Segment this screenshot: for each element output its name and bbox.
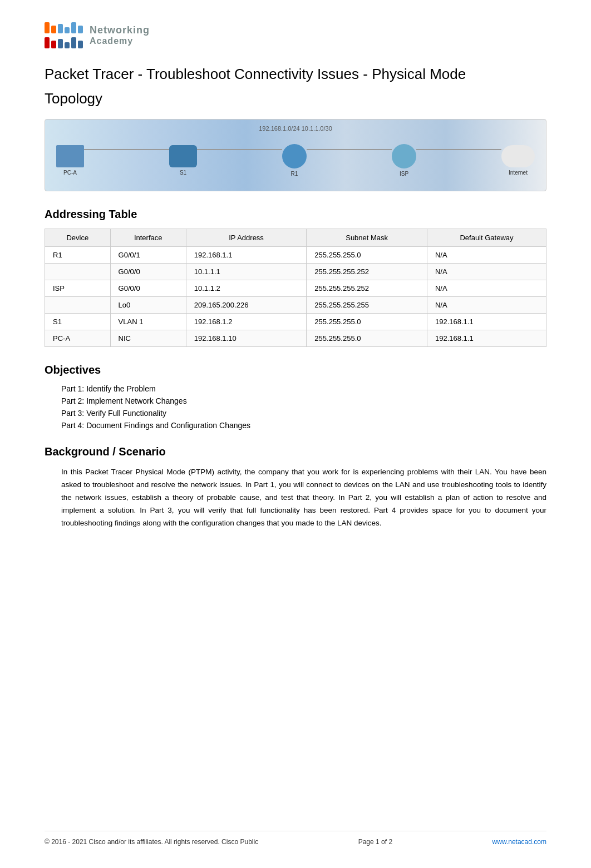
table-row: ISPG0/0/010.1.1.2255.255.255.252N/A [45,280,546,296]
logo-networking-text: Networking [90,24,150,36]
cell-interface: G0/0/0 [110,280,186,296]
topo-switch-icon [169,145,197,167]
addressing-table-section: Addressing Table Device Interface IP Add… [45,208,546,347]
list-item: Part 2: Implement Network Changes [61,396,546,405]
logo-bar-6 [78,26,83,33]
footer-url[interactable]: www.netacad.com [493,838,546,846]
topo-line-3 [307,149,392,150]
footer: © 2016 - 2021 Cisco and/or its affiliate… [45,831,546,846]
topo-router-isp-icon [392,144,416,168]
topo-isp-label: ISP [400,171,408,177]
topo-device-isp: ISP [392,144,416,177]
cell-mask: 255.255.255.0 [307,246,427,263]
logo-bar-9 [58,39,63,48]
cell-gateway: N/A [427,280,546,296]
title-line1: Packet Tracer - Troubleshoot Connectivit… [45,64,546,84]
logo-bar-11 [71,37,76,48]
logo-area: Networking Academy [45,22,546,48]
table-row: S1VLAN 1192.168.1.2255.255.255.0192.168.… [45,313,546,330]
cell-mask: 255.255.255.255 [307,296,427,313]
footer-page: Page 1 of 2 [358,838,392,846]
col-device: Device [45,229,111,246]
cell-interface: NIC [110,330,186,346]
logo-bar-5 [71,22,76,33]
topo-cloud-icon [501,145,535,167]
cell-mask: 255.255.255.252 [307,280,427,296]
list-item: Part 4: Document Findings and Configurat… [61,421,546,430]
cell-interface: VLAN 1 [110,313,186,330]
cell-ip: 192.168.1.2 [186,313,307,330]
cell-device: PC-A [45,330,111,346]
logo-bar-8 [51,41,56,48]
topology-image: 192.168.1.0/24 10.1.1.0/30 PC-A S1 R1 IS… [45,119,546,191]
topo-device-s1: S1 [169,145,197,176]
logo-bar-1 [45,22,50,33]
cell-device: S1 [45,313,111,330]
cell-ip: 192.168.1.1 [186,246,307,263]
logo-bar-12 [78,41,83,48]
logo-academy-text: Academy [90,36,150,46]
cell-device [45,296,111,313]
cell-device: R1 [45,246,111,263]
addressing-table-title: Addressing Table [45,208,546,221]
background-text: In this Packet Tracer Physical Mode (PTP… [45,466,546,530]
cell-interface: Lo0 [110,296,186,313]
topo-pca-label: PC-A [63,170,77,176]
footer-copyright: © 2016 - 2021 Cisco and/or its affiliate… [45,838,258,846]
title-line2: Topology [45,88,546,108]
cisco-logo-graphic [45,22,83,48]
logo-text-area: Networking Academy [90,24,150,46]
logo-bar-10 [65,42,70,48]
cell-interface: G0/0/0 [110,263,186,280]
cell-mask: 255.255.255.252 [307,263,427,280]
cell-gateway: N/A [427,263,546,280]
list-item: Part 1: Identify the Problem [61,384,546,393]
cell-ip: 10.1.1.1 [186,263,307,280]
topo-device-internet: Internet [501,145,535,176]
logo-bar-7 [45,37,50,48]
cell-interface: G0/0/1 [110,246,186,263]
addressing-table: Device Interface IP Address Subnet Mask … [45,229,546,347]
table-row: R1G0/0/1192.168.1.1255.255.255.0N/A [45,246,546,263]
objectives-list: Part 1: Identify the ProblemPart 2: Impl… [45,384,546,430]
cell-device: ISP [45,280,111,296]
topo-line-2 [197,149,282,150]
topology-header: 192.168.1.0/24 10.1.1.0/30 [259,125,332,132]
cell-gateway: N/A [427,296,546,313]
cell-ip: 10.1.1.2 [186,280,307,296]
table-row: G0/0/010.1.1.1255.255.255.252N/A [45,263,546,280]
logo-bar-2 [51,26,56,33]
table-row: PC-ANIC192.168.1.10255.255.255.0192.168.… [45,330,546,346]
col-ip: IP Address [186,229,307,246]
cell-device [45,263,111,280]
topo-internet-label: Internet [509,170,528,176]
topo-device-r1: R1 [282,144,307,177]
col-gateway: Default Gateway [427,229,546,246]
cell-gateway: 192.168.1.1 [427,313,546,330]
logo-bar-3 [58,24,63,33]
topo-line-1 [84,149,169,150]
topo-line-4 [416,149,501,150]
topo-s1-label: S1 [180,170,186,176]
page-title: Packet Tracer - Troubleshoot Connectivit… [45,64,546,109]
topo-r1-label: R1 [291,171,298,177]
cell-ip: 192.168.1.10 [186,330,307,346]
topo-pc-icon [56,145,84,167]
col-mask: Subnet Mask [307,229,427,246]
cell-gateway: N/A [427,246,546,263]
cell-ip: 209.165.200.226 [186,296,307,313]
logo-bar-4 [65,27,70,33]
cell-gateway: 192.168.1.1 [427,330,546,346]
objectives-title: Objectives [45,364,546,376]
background-title: Background / Scenario [45,445,546,458]
cell-mask: 255.255.255.0 [307,313,427,330]
topology-section: 192.168.1.0/24 10.1.1.0/30 PC-A S1 R1 IS… [45,119,546,191]
background-section: Background / Scenario In this Packet Tra… [45,445,546,530]
cell-mask: 255.255.255.0 [307,330,427,346]
topo-device-pca: PC-A [56,145,84,176]
objectives-section: Objectives Part 1: Identify the ProblemP… [45,364,546,430]
col-interface: Interface [110,229,186,246]
topo-router-r1-icon [282,144,307,168]
table-row: Lo0209.165.200.226255.255.255.255N/A [45,296,546,313]
list-item: Part 3: Verify Full Functionality [61,409,546,418]
